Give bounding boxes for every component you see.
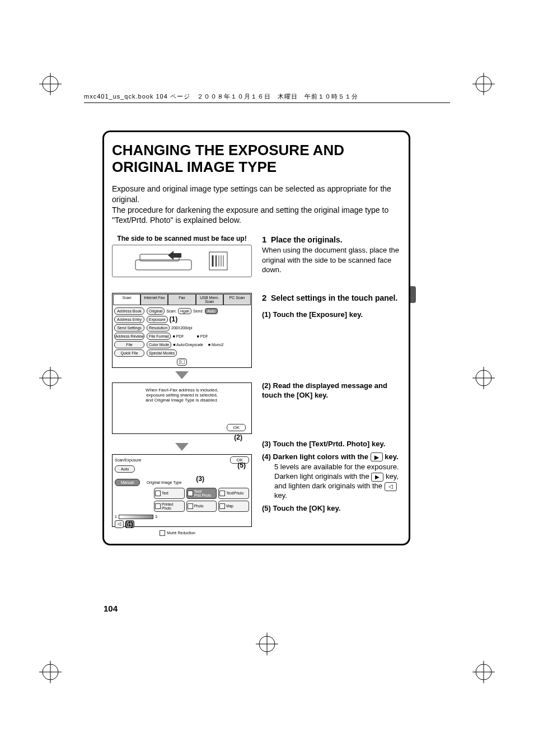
section-tab-nub [410, 286, 416, 303]
tp1-val-resolution: 200X200dpi [171, 326, 192, 330]
callout-marker-5: (5) [237, 461, 246, 469]
page-face-up-icon [207, 250, 229, 272]
svg-rect-21 [135, 260, 191, 270]
panel3-type-text-photo[interactable]: Text/Photo [218, 488, 249, 499]
crop-mark-icon [472, 73, 495, 95]
tp1-val-cm2: ■ Mono2 [208, 343, 224, 347]
panel3-type-text[interactable]: Text [154, 488, 185, 499]
step-2-title: Select settings in the touch panel. [271, 293, 397, 302]
down-arrow-icon [175, 443, 189, 451]
printed-photo-type-icon [155, 503, 161, 509]
touch-panel-screenshot-3: Scan/Exposure OK (5) Auto Manual Origina… [112, 454, 252, 527]
adf-scanner-icon [134, 250, 202, 272]
exposure-slider[interactable] [119, 515, 153, 519]
intro-text: Exposure and original image type setting… [112, 184, 401, 226]
tp1-tab-pcscan[interactable]: PC Scan [223, 294, 251, 305]
tp1-row-original[interactable]: Original [147, 307, 165, 315]
panel3-auto-button[interactable]: Auto [115, 465, 135, 473]
slider-to-label: 3 [155, 515, 157, 519]
tp1-tab-scan[interactable]: Scan [113, 294, 140, 305]
tp1-btn-auto[interactable]: Auto [205, 308, 217, 314]
darken-key-icon: ▶ [371, 452, 383, 461]
tp1-tab-usb[interactable]: USB Mem. Scan [196, 294, 223, 305]
crop-mark-icon [472, 367, 495, 389]
step-2-sub-5: (5) Touch the [OK] key. [262, 504, 401, 514]
photo-type-icon [188, 503, 193, 509]
step-1-body: When using the document glass, place the… [262, 245, 401, 275]
text-type-icon [155, 491, 161, 496]
crop-mark-icon [39, 367, 62, 389]
step-2: 2 Select settings in the touch panel. [262, 293, 401, 302]
callout-marker-1: (1) [170, 316, 178, 323]
text-prtd-photo-type-icon [188, 491, 193, 496]
tp1-val-ff1: ■ PDF [172, 334, 184, 338]
tp1-btn-sendset[interactable]: Send Settings [114, 324, 144, 332]
msg-line-2: exposure setting shared is selected, [116, 393, 248, 398]
svg-rect-29 [179, 360, 185, 364]
msg-line-3: and Original Image Type is disabled. [116, 398, 248, 403]
intro-line-2: The procedure for darkening the exposure… [112, 206, 388, 225]
lighten-key-icon: ◁ [385, 482, 397, 491]
crop-mark-icon [256, 633, 278, 655]
callout-marker-3: (3) [196, 475, 204, 483]
tp1-tab-fax[interactable]: Fax [168, 294, 195, 305]
callout-marker-2: (2) [234, 433, 242, 441]
tp1-val-ff2: ■ PDF [197, 334, 208, 338]
crop-mark-icon [39, 661, 62, 683]
step-2-sub-4: (4) Darken light colors with the ▶ key. … [262, 452, 401, 501]
msg-ok-button[interactable]: OK [227, 424, 246, 431]
touch-panel-screenshot-1: Scan Internet Fax Fax USB Mem. Scan PC S… [112, 293, 252, 368]
tp1-row-fileformat[interactable]: File Format [147, 333, 171, 340]
callout-marker-4: (4) [125, 520, 133, 528]
intro-line-1: Exposure and original image type setting… [112, 184, 391, 204]
tp1-row-colormode[interactable]: Color Mode [147, 341, 171, 348]
tp1-val-send: Send: [193, 309, 203, 313]
text-photo-type-icon [219, 491, 225, 496]
tp1-val-cm1: ■ Auto/Grayscale [173, 343, 203, 347]
tp1-row-exposure[interactable]: Exposure [147, 316, 168, 323]
crop-mark-icon [472, 661, 495, 683]
print-header-strip: mxc401_us_qck.book 104 ページ ２００８年１０月１６日 木… [84, 92, 450, 103]
touch-panel-screenshot-2: When Fax/I-Fax address is included, expo… [112, 382, 252, 434]
page-title: CHANGING THE EXPOSURE AND ORIGINAL IMAGE… [112, 142, 401, 176]
darken-key-icon: ▶ [371, 473, 383, 482]
moire-label: Moiré Reduction [167, 531, 195, 535]
crop-mark-icon [39, 73, 62, 95]
content-frame: CHANGING THE EXPOSURE AND ORIGINAL IMAGE… [102, 130, 410, 545]
tp1-tab-ifax[interactable]: Internet Fax [140, 294, 168, 305]
step-2-number: 2 [262, 293, 266, 302]
step-1-title: Place the originals. [271, 235, 343, 244]
exposure-lighten-button[interactable]: ◁ [115, 520, 124, 528]
step-1-number: 1 [262, 235, 266, 244]
panel3-type-text-prtd-photo[interactable]: Text/ Prtd.Photo [186, 488, 217, 499]
moire-checkbox[interactable] [160, 530, 165, 536]
panel3-type-printed-photo[interactable]: Printed Photo [154, 501, 185, 512]
step-1: 1 Place the originals. When using the do… [262, 235, 401, 275]
panel3-type-photo[interactable]: Photo [186, 501, 217, 512]
scanner-illustration [112, 245, 252, 277]
panel3-title: Scan/Exposure [115, 458, 141, 462]
tp1-btn-file[interactable]: File [114, 341, 144, 348]
step-2-sub-2: (2) Read the displayed message and touch… [262, 381, 401, 400]
page-number: 104 [104, 604, 118, 613]
tp1-row-resolution[interactable]: Resolution [147, 324, 170, 332]
tp1-btn-addrreview[interactable]: Address Review [114, 333, 144, 340]
tp1-btn-addrentry[interactable]: Address Entry [114, 316, 144, 323]
panel3-type-map[interactable]: Map [218, 501, 249, 512]
down-arrow-icon [175, 371, 189, 379]
step-2-sub-1: (1) Touch the [Exposure] key. [262, 310, 401, 320]
face-up-caption: The side to be scanned must be face up! [112, 235, 252, 242]
tp1-val-scan: Scan: [166, 309, 176, 313]
step-2-sub-3: (3) Touch the [Text/Prtd. Photo] key. [262, 440, 401, 449]
map-type-icon [219, 503, 225, 509]
panel3-manual-button[interactable]: Manual [115, 479, 140, 486]
tp1-btn-quickfile[interactable]: Quick File [114, 349, 144, 357]
tp1-preview-icon[interactable] [177, 358, 187, 366]
tp1-btn-addrbook[interactable]: Address Book [114, 307, 144, 315]
slider-from-label: 1 [115, 515, 117, 519]
tp1-row-specialmodes[interactable]: Special Modes [147, 349, 177, 357]
msg-line-1: When Fax/I-Fax address is included, [116, 388, 248, 393]
tp1-btn-hgall[interactable]: Hgall [178, 308, 191, 314]
panel3-orig-type-label: Original Image Type [147, 480, 182, 484]
